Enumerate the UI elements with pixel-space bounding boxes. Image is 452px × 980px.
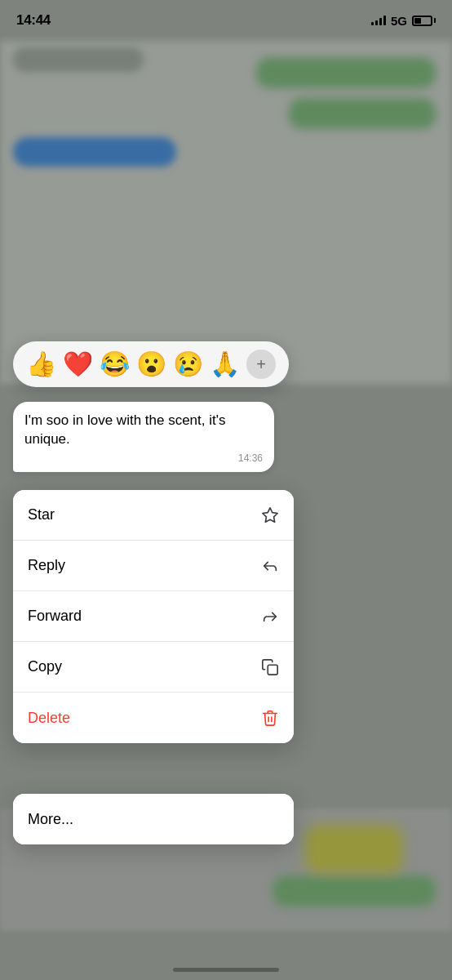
menu-label-reply: Reply	[28, 557, 65, 574]
home-indicator	[173, 968, 279, 972]
emoji-more-button[interactable]: +	[246, 350, 276, 379]
menu-label-forward: Forward	[28, 608, 82, 625]
network-label: 5G	[391, 14, 407, 28]
menu-item-delete[interactable]: Delete	[13, 693, 294, 743]
emoji-thumbsup[interactable]: 👍	[26, 352, 56, 376]
star-icon	[261, 506, 279, 524]
svg-marker-0	[263, 507, 277, 521]
menu-label-delete: Delete	[28, 710, 70, 727]
trash-icon	[261, 709, 279, 727]
context-menu: Star Reply Forward Copy Delete	[13, 490, 294, 743]
menu-label-copy: Copy	[28, 658, 62, 675]
menu-item-more[interactable]: More...	[13, 794, 294, 844]
emoji-pray[interactable]: 🙏	[210, 352, 240, 376]
copy-icon	[261, 658, 279, 676]
status-right-icons: 5G	[371, 14, 436, 28]
status-time: 14:44	[16, 12, 51, 29]
menu-item-star[interactable]: Star	[13, 490, 294, 541]
emoji-laugh[interactable]: 😂	[100, 352, 130, 376]
status-bar: 14:44 5G	[0, 0, 452, 41]
context-menu-more-section: More...	[13, 794, 294, 844]
menu-item-copy[interactable]: Copy	[13, 642, 294, 693]
signal-icon	[371, 16, 386, 25]
svg-rect-1	[268, 665, 277, 675]
emoji-reaction-bar[interactable]: 👍 ❤️ 😂 😮 😢 🙏 +	[13, 341, 289, 387]
message-bubble: I'm soo in love with the scent, it's uni…	[13, 402, 274, 472]
menu-label-star: Star	[28, 506, 55, 523]
menu-label-more: More...	[28, 811, 73, 828]
message-text: I'm soo in love with the scent, it's uni…	[24, 412, 263, 449]
message-time: 14:36	[24, 452, 263, 464]
battery-icon	[412, 16, 436, 26]
emoji-wow[interactable]: 😮	[136, 352, 166, 376]
menu-item-reply[interactable]: Reply	[13, 541, 294, 591]
menu-item-forward[interactable]: Forward	[13, 591, 294, 642]
forward-icon	[261, 608, 279, 626]
emoji-heart[interactable]: ❤️	[63, 352, 93, 376]
emoji-cry[interactable]: 😢	[173, 352, 203, 376]
reply-icon	[261, 557, 279, 575]
